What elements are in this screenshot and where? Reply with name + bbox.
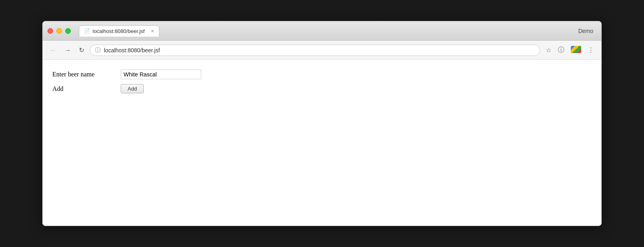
beer-name-row: Enter beer name <box>52 70 592 79</box>
close-button[interactable] <box>47 28 53 34</box>
add-label: Add <box>52 85 121 93</box>
back-button[interactable]: ← <box>47 45 59 56</box>
active-tab[interactable]: 📄 localhost:8080/beer.jsf × <box>79 25 159 37</box>
extension-button[interactable] <box>568 44 584 56</box>
address-input[interactable] <box>104 47 535 54</box>
title-bar: 📄 localhost:8080/beer.jsf × Demo <box>43 21 601 41</box>
address-info-icon: ⓘ <box>95 47 101 54</box>
tab-close-button[interactable]: × <box>151 28 154 34</box>
traffic-lights <box>47 28 71 34</box>
refresh-button[interactable]: ↻ <box>76 45 87 56</box>
maximize-button[interactable] <box>65 28 71 34</box>
reader-mode-button[interactable]: ⓘ <box>555 44 567 56</box>
menu-button[interactable]: ⋮ <box>585 45 597 56</box>
refresh-icon: ↻ <box>79 46 84 54</box>
extension-icon <box>571 46 581 53</box>
menu-dots-icon: ⋮ <box>588 47 594 54</box>
address-bar-container[interactable]: ⓘ <box>90 45 540 56</box>
star-icon: ☆ <box>546 47 551 54</box>
browser-window: 📄 localhost:8080/beer.jsf × Demo ← → ↻ ⓘ… <box>42 21 602 226</box>
bookmark-button[interactable]: ☆ <box>543 45 554 56</box>
beer-name-input[interactable] <box>121 70 201 79</box>
add-button[interactable]: Add <box>121 84 144 93</box>
minimize-button[interactable] <box>56 28 62 34</box>
add-row: Add Add <box>52 84 592 93</box>
forward-arrow-icon: → <box>64 47 71 54</box>
tab-title: localhost:8080/beer.jsf <box>93 28 149 34</box>
nav-bar: ← → ↻ ⓘ ☆ ⓘ ⋮ <box>43 41 601 60</box>
new-tab[interactable] <box>159 32 180 37</box>
tab-page-icon: 📄 <box>84 28 90 34</box>
tab-bar: 📄 localhost:8080/beer.jsf × <box>79 25 578 37</box>
info-circle-icon: ⓘ <box>558 46 564 53</box>
beer-name-label: Enter beer name <box>52 71 121 78</box>
demo-label: Demo <box>578 28 597 34</box>
back-arrow-icon: ← <box>50 47 56 54</box>
page-content: Enter beer name Add Add <box>43 60 601 226</box>
nav-actions: ☆ ⓘ ⋮ <box>543 44 597 56</box>
forward-button[interactable]: → <box>62 45 73 56</box>
